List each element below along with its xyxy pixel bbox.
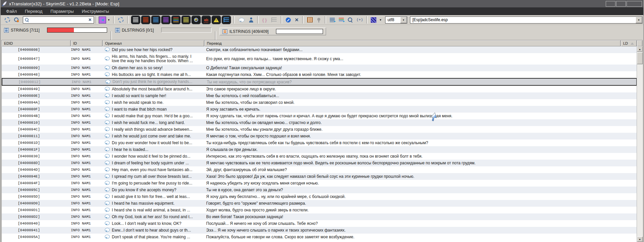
menu-item-tools[interactable]: Инструменты (79, 8, 112, 14)
filter-all-button[interactable] (131, 15, 140, 24)
row-edid: [04000940] (2, 221, 71, 226)
export-translation-icon[interactable] (339, 18, 344, 22)
encoding-select[interactable]: utf8 ▼ (385, 16, 407, 24)
npc-strings-icon[interactable] (249, 17, 253, 23)
table-row[interactable]: [0400080F]INFO NAM1I want to make that b… (2, 106, 637, 113)
file-dropdown-button[interactable]: ▼ (636, 17, 642, 23)
filter-search-results-button[interactable] (191, 15, 201, 24)
table-row[interactable]: [040009D0]INFO NAM1I heard he has massiv… (2, 200, 637, 207)
scroll-down-button[interactable]: ▼ (637, 237, 643, 242)
filter-tree-view-button[interactable] (222, 15, 231, 24)
export-strings-icon[interactable] (330, 18, 335, 22)
ilstrings-group[interactable]: ILSTRINGS [409/409] (220, 28, 326, 35)
row-translation: Я надеюсь убедить эту киску оседлать мен… (204, 181, 621, 186)
back-button[interactable]: ◄ (99, 16, 106, 24)
close-button[interactable] (627, 1, 642, 7)
filter-spellcheck-button[interactable]: ab (201, 15, 211, 24)
table-row[interactable]: [04000830]INFO NAM1I wonder how would it… (2, 153, 637, 160)
table-row[interactable]: [04000941]INFO NAM1Eww...I don't want to… (2, 227, 637, 234)
hint-bulb-icon (317, 18, 320, 21)
row-original: I wish he would just come over and take … (103, 134, 204, 138)
speech-bubble-icon (105, 181, 110, 185)
dlstrings-group[interactable]: DLSTRINGS [0/1] (115, 28, 212, 33)
menu-bar: ФайлПереводПараметрыИнструменты (1, 7, 643, 15)
column-header-translation[interactable]: Перевод (204, 40, 621, 46)
stripe-lines-icon (163, 17, 169, 22)
table-row[interactable]: [0400095D]INFO NAM1I would give it to hi… (2, 193, 637, 200)
table-row[interactable]: [0400080E]INFO NAM1I would so want to sa… (2, 92, 637, 99)
search-input[interactable] (31, 17, 88, 23)
row-translation: Я мечтаю о том, чтобы он просто подошел … (204, 134, 621, 138)
reload-icon[interactable] (118, 17, 124, 23)
codepage-icon[interactable] (371, 17, 376, 23)
dialog-strings-icon[interactable] (239, 18, 244, 22)
column-header-original[interactable]: Оригинал (103, 40, 204, 46)
table-row[interactable]: [0400094A]INFO NAM1I wish he would speak… (2, 99, 637, 106)
search-box[interactable]: ✕ (23, 16, 94, 24)
strings-group[interactable]: STRINGS [7/11] (4, 28, 107, 33)
table-row[interactable]: [0400094E]INFO NAM1I spread my cum all o… (2, 173, 637, 180)
menu-item-file[interactable]: Файл (3, 8, 20, 14)
speech-bubble-icon (105, 167, 110, 171)
filter-translated-button[interactable] (151, 15, 160, 24)
translate-online-icon[interactable] (286, 17, 291, 23)
table-row[interactable]: [04000808]INFO NAM1Did you see how her h… (2, 46, 637, 53)
codepage-dropdown-arrow[interactable]: ▼ (378, 18, 383, 22)
search-options-icon[interactable] (14, 17, 19, 22)
back-dropdown-arrow[interactable]: ▼ (106, 18, 111, 22)
table-row[interactable]: [04000947]INFO NAM1His arms, his hands, … (2, 53, 637, 65)
menu-item-translation[interactable]: Перевод (21, 8, 46, 14)
table-row[interactable]: [0400094F]INFO NAM1I'm going to persuade… (2, 180, 637, 187)
clear-search-icon[interactable]: ✕ (88, 17, 92, 22)
filter-incomplete-button[interactable] (181, 15, 191, 24)
row-original-text: Oh damn her ass is so sexy! (112, 66, 204, 70)
row-original: Oh my God, look at her ass! So round and… (103, 214, 204, 219)
minimize-button[interactable] (606, 1, 615, 7)
regex-icon[interactable]: (+) (356, 18, 363, 22)
table-row[interactable]: [040009D2]INFO NAM1Oh my God, look at he… (2, 213, 637, 220)
row-translation: Я слышала он при деньгах. (204, 147, 621, 152)
table-row[interactable]: [0400094D]INFO NAM1Hey man, even you mus… (2, 166, 637, 173)
refresh-icon[interactable] (5, 17, 10, 23)
loaded-file-select[interactable]: [Esp]adcSexlife.esp ▼ (410, 16, 643, 24)
encoding-dropdown-button[interactable]: ▼ (400, 17, 407, 23)
cancel-icon[interactable]: ✕ (295, 17, 299, 23)
column-header-ld[interactable]: LD (621, 40, 637, 46)
table-row[interactable]: [0400094C]INFO NAM1I really wish things … (2, 126, 637, 133)
row-translation: Ты когда-нибудь представляешь себе как т… (204, 140, 621, 145)
scrollbar-thumb[interactable] (637, 52, 643, 64)
column-header-edid[interactable]: EDID (2, 40, 71, 46)
table-row[interactable]: [0400094B]INFO NAM1I would make that guy… (2, 113, 637, 119)
row-original-text: Look... I don't really want to know, OK? (112, 221, 204, 226)
table-body: [04000808]INFO NAM1Did you see how her h… (2, 46, 637, 242)
row-record-id: INFO NAM1 (71, 48, 103, 52)
table-row[interactable]: [04000811]INFO NAM1I wish he would just … (2, 133, 637, 139)
table-row[interactable]: [0400095A]INFO NAM1Don't speak of that p… (2, 234, 637, 240)
table-row[interactable]: [0400081D]INFO NAM1Do you ever wonder ho… (2, 139, 637, 146)
table-row[interactable]: [040009D1]INFO NAM1I heard she is real w… (2, 207, 637, 213)
search-in-file-icon[interactable] (348, 17, 353, 22)
filter-untranslated-button[interactable] (141, 15, 150, 24)
table-row[interactable]: [04000809]INFO NAM1Oh damn her ass is so… (2, 65, 637, 71)
table-row[interactable]: [0400081F]INFO NAM1I hear he is loaded..… (2, 146, 637, 153)
scroll-up-button[interactable]: ▲ (637, 46, 643, 52)
menu-item-options[interactable]: Параметры (47, 8, 77, 14)
column-header-id[interactable]: ID (71, 40, 103, 46)
table-row[interactable]: [04000812]INFO NAM1Don't you just think … (2, 78, 637, 86)
row-edid: [04000812] (2, 80, 72, 84)
table-row[interactable]: [04000810]INFO NAM1I wish he would fuck … (2, 119, 637, 126)
filter-warnings-button[interactable] (212, 15, 221, 24)
braces-icon[interactable]: { } (262, 17, 267, 23)
table-row[interactable]: [04000940]INFO NAM1Look... I don't reall… (2, 220, 637, 227)
filter-mixed-button[interactable] (171, 15, 181, 24)
app-logo-feather-icon (2, 1, 7, 6)
table-row[interactable]: [0400088D]INFO NAM1I dream of feeling he… (2, 160, 637, 166)
filter-validated-button[interactable] (161, 15, 171, 24)
table-row[interactable]: [04000949]INFO NAM1Absolutely the most b… (2, 86, 637, 92)
separator (233, 16, 235, 24)
columns-grid-icon[interactable] (307, 17, 313, 23)
vertical-scrollbar[interactable]: ▲ ▼ (637, 46, 643, 242)
table-row[interactable]: [0400095C]INFO NAM1Do you know if she ac… (2, 187, 637, 193)
table-row[interactable]: [04000948]INFO NAM1His buttocks are so t… (2, 71, 637, 78)
maximize-button[interactable] (616, 1, 626, 7)
